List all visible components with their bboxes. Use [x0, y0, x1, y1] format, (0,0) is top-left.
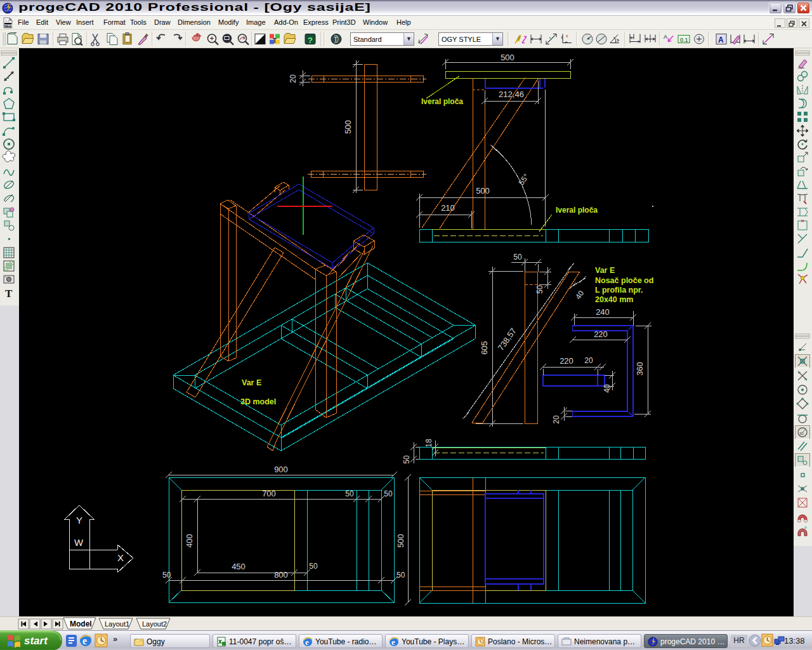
svg-text:Model: Model	[70, 620, 92, 628]
svg-text:900: 900	[274, 465, 288, 474]
svg-text:20: 20	[289, 74, 298, 83]
svg-text:DWG: DWG	[4, 23, 13, 27]
svg-text:3D model: 3D model	[240, 397, 276, 406]
svg-text:Nosač ploče od: Nosač ploče od	[595, 276, 653, 285]
svg-text:50: 50	[513, 253, 522, 262]
svg-text:T: T	[5, 288, 13, 300]
svg-text:X: X	[117, 552, 124, 563]
svg-text:20x40 mm: 20x40 mm	[595, 295, 633, 304]
svg-text:212,46: 212,46	[499, 90, 524, 99]
svg-text:0.1: 0.1	[680, 37, 688, 43]
svg-text:800: 800	[274, 570, 288, 580]
svg-text:Iveral ploča: Iveral ploča	[556, 206, 598, 215]
svg-text:A: A	[718, 36, 724, 44]
svg-text:210: 210	[441, 203, 455, 213]
svg-text:220: 220	[594, 329, 608, 339]
svg-text:450: 450	[232, 562, 246, 571]
svg-text:50: 50	[162, 571, 171, 580]
svg-text:Y: Y	[76, 515, 82, 526]
svg-text:Var E: Var E	[595, 266, 615, 275]
svg-text:50: 50	[384, 489, 393, 498]
svg-text:50: 50	[402, 455, 411, 464]
svg-text:?: ?	[308, 36, 313, 45]
svg-text:500: 500	[501, 53, 514, 62]
svg-text:360: 360	[635, 362, 645, 376]
svg-text:220: 220	[560, 356, 573, 366]
svg-text:50: 50	[345, 489, 354, 498]
svg-text:»: »	[113, 634, 117, 644]
svg-text:30: 30	[799, 432, 804, 435]
svg-text:20: 20	[584, 356, 593, 365]
svg-text:240: 240	[596, 307, 610, 317]
svg-text:50: 50	[309, 562, 318, 571]
svg-text:Iveral ploča: Iveral ploča	[421, 97, 463, 106]
svg-text:700: 700	[262, 489, 276, 498]
svg-text:Layout1: Layout1	[105, 620, 129, 628]
svg-text:500: 500	[396, 534, 405, 548]
svg-text:50: 50	[535, 285, 544, 294]
svg-text:40: 40	[603, 384, 612, 393]
svg-text:start: start	[24, 635, 48, 647]
svg-text:A: A	[664, 34, 667, 40]
svg-text:T: T	[334, 36, 337, 43]
svg-text:500: 500	[476, 186, 490, 196]
svg-text:20: 20	[552, 415, 561, 424]
svg-text:500: 500	[343, 120, 353, 134]
svg-text:400: 400	[185, 534, 194, 548]
svg-text:Layout2: Layout2	[142, 620, 167, 628]
svg-text:605: 605	[480, 341, 489, 355]
svg-text:W: W	[74, 537, 84, 548]
svg-text:x: x	[566, 34, 568, 38]
svg-text:18: 18	[424, 439, 433, 448]
svg-text:50: 50	[396, 571, 405, 580]
svg-text:T: T	[273, 37, 277, 44]
svg-text:L profila npr.: L profila npr.	[595, 286, 643, 295]
svg-text:Var E: Var E	[242, 378, 261, 387]
